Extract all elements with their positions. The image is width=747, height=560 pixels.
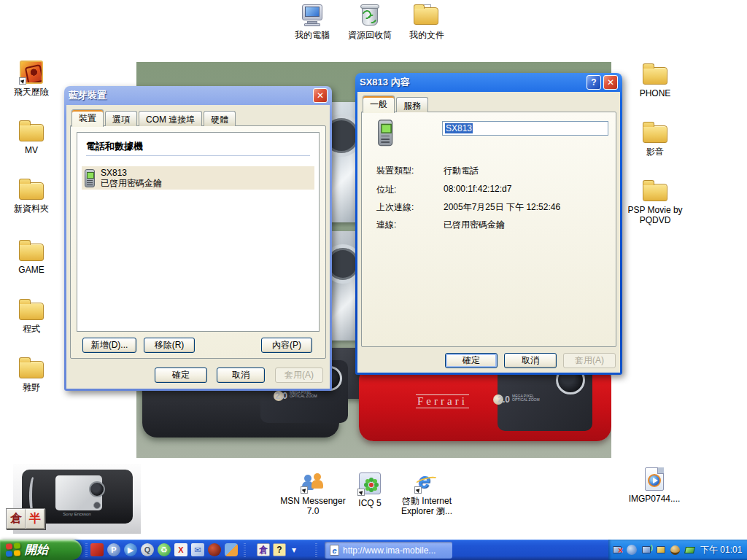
- desktop-icon-programs-folder[interactable]: 程式: [3, 297, 60, 334]
- device-name: SX813: [101, 168, 162, 178]
- icon-label: 啓動 Internet Explorer 瀏...: [390, 496, 464, 516]
- apply-button[interactable]: 套用(A): [275, 368, 323, 383]
- icon-label: 飛天歷險: [13, 87, 50, 97]
- desktop-icon-phone-folder[interactable]: PHONE: [620, 61, 690, 98]
- ime-status-bar[interactable]: 倉 半: [6, 508, 45, 529]
- desktop-icon-recycle-bin[interactable]: 資源回收筒: [340, 3, 400, 40]
- quick-launch-media-player-icon[interactable]: ▶: [124, 543, 137, 556]
- desktop-icon-internet-explorer[interactable]: e 啓動 Internet Explorer 瀏...: [390, 469, 464, 516]
- quick-launch-red-app-icon[interactable]: [90, 543, 104, 556]
- quick-launch-green-media-icon[interactable]: ♻: [158, 543, 171, 556]
- folder-icon: [19, 244, 44, 261]
- properties-dialog-titlebar[interactable]: SX813 內容 ? ✕: [355, 73, 622, 92]
- quick-launch-messenger-icon[interactable]: [225, 543, 238, 556]
- field-value: 2005年7月25日 下午 12:52:46: [444, 201, 560, 214]
- ok-button[interactable]: 確定: [155, 368, 207, 383]
- camera-spec-text: MEGA PIXEL OPTICAL ZOOM: [512, 394, 541, 402]
- sx813-properties-dialog: SX813 內容 ? ✕ 一般 服務 SX813 裝置類型: 行動電話 位址: …: [355, 73, 622, 375]
- apply-button[interactable]: 套用(A): [563, 353, 616, 368]
- field-label: 裝置類型:: [376, 165, 414, 177]
- cancel-button[interactable]: 取消: [504, 353, 557, 368]
- ie-page-icon: e: [330, 545, 339, 556]
- safely-remove-icon[interactable]: [684, 544, 696, 556]
- ok-button[interactable]: 確定: [445, 353, 498, 368]
- my-computer-icon: [301, 4, 324, 26]
- quick-launch-realplayer-icon[interactable]: [208, 543, 221, 556]
- icon-label: MSN Messenger 7.0: [276, 496, 349, 516]
- system-tray: × ) 下午 01:01: [608, 540, 747, 560]
- language-bar-help-icon[interactable]: ?: [273, 543, 286, 556]
- taskbar: 開始 P ▶ Q ♻ X ✉ 倉 ? ▾ e http://www.ima-mo…: [0, 540, 747, 560]
- device-list[interactable]: 電話和數據機 SX813 已啓用密碼金鑰: [77, 132, 320, 332]
- recycle-bin-icon: [359, 4, 381, 27]
- device-name-value: SX813: [445, 123, 473, 133]
- ime-input-method-button[interactable]: 倉: [7, 509, 26, 529]
- quick-launch-x-app-icon[interactable]: X: [174, 543, 187, 556]
- media-file-icon: [645, 467, 664, 491]
- ferrari-logo: Ferrari: [416, 394, 469, 408]
- bluetooth-tray-icon[interactable]: [625, 544, 638, 556]
- desktop-icon-game-folder[interactable]: GAME: [3, 238, 60, 275]
- help-icon[interactable]: ?: [587, 75, 601, 90]
- desktop-icon-media-folder[interactable]: 影音: [620, 120, 690, 157]
- desktop-icon-msn-messenger[interactable]: MSN Messenger 7.0: [276, 469, 349, 516]
- icon-label: IMGP0744....: [628, 494, 681, 504]
- tab-com-ports[interactable]: COM 連接埠: [139, 111, 202, 126]
- device-properties-button[interactable]: 內容(P): [261, 338, 312, 353]
- shortcut-arrow-icon: [19, 77, 26, 85]
- icon-label: MV: [24, 145, 39, 155]
- device-list-item-sx813[interactable]: SX813 已啓用密碼金鑰: [82, 166, 314, 190]
- taskbar-window-ie[interactable]: e http://www.ima-mobile...: [325, 542, 452, 559]
- folder-icon: [19, 361, 44, 378]
- start-button[interactable]: 開始: [0, 540, 82, 560]
- device-status: 已啓用密碼金鑰: [101, 178, 162, 188]
- device-name-input[interactable]: SX813: [442, 121, 608, 136]
- ime-halfwidth-button[interactable]: 半: [26, 509, 44, 529]
- folder-icon: [19, 124, 44, 141]
- tab-services[interactable]: 服務: [396, 97, 428, 112]
- desktop-icon-feitian-game[interactable]: 飛天歷險: [3, 60, 60, 97]
- cancel-button[interactable]: 取消: [217, 368, 265, 383]
- mobile-phone-icon: [378, 120, 392, 146]
- field-value: 行動電話: [444, 165, 479, 177]
- icon-label: 資源回收筒: [347, 30, 392, 40]
- bluetooth-devices-dialog: 藍芽裝置 ✕ 裝置 選項 COM 連接埠 硬體 電話和數據機 SX813 已啓用…: [64, 86, 332, 391]
- quick-launch-quicktime-icon[interactable]: Q: [141, 543, 154, 556]
- devices-tab-page: 電話和數據機 SX813 已啓用密碼金鑰 新增(D)... 移除(R) 內容(P…: [70, 125, 326, 359]
- network-offline-icon[interactable]: ×: [611, 544, 623, 556]
- close-icon[interactable]: ✕: [313, 88, 328, 103]
- field-label: 連線:: [376, 219, 396, 231]
- windows-logo-icon: [6, 542, 20, 557]
- quick-launch-paltalk-icon[interactable]: P: [107, 543, 120, 556]
- tab-general[interactable]: 一般: [363, 96, 395, 113]
- icon-label: 雜野: [22, 382, 41, 392]
- volume-icon[interactable]: [669, 544, 681, 556]
- desktop-icon-my-computer[interactable]: 我的電腦: [284, 3, 341, 40]
- desktop-icon-misc-folder[interactable]: 雜野: [3, 355, 60, 392]
- quick-launch-mail-icon[interactable]: ✉: [191, 543, 204, 556]
- desktop-icon-mv-folder[interactable]: MV: [3, 118, 60, 155]
- tab-hardware[interactable]: 硬體: [204, 111, 236, 126]
- camera-spec-value: 2.0: [275, 391, 287, 401]
- language-bar-options-icon[interactable]: ▾: [289, 543, 299, 556]
- desktop-icon-psp-movie-folder[interactable]: PSP Movie by PQDVD: [616, 178, 694, 225]
- language-bar-cangjie-icon[interactable]: 倉: [257, 543, 270, 556]
- desktop-icon-my-documents[interactable]: 我的文件: [398, 3, 455, 40]
- icon-label: ICQ 5: [357, 498, 382, 508]
- tab-options[interactable]: 選項: [105, 111, 137, 126]
- remove-device-button[interactable]: 移除(R): [144, 338, 195, 353]
- add-device-button[interactable]: 新增(D)...: [82, 338, 136, 353]
- icon-label: 我的文件: [409, 30, 445, 40]
- desktop-icon-imgp0744[interactable]: IMGP0744....: [624, 467, 685, 504]
- folder-icon: [19, 182, 44, 200]
- taskbar-clock[interactable]: 下午 01:01: [700, 544, 742, 556]
- display-settings-icon[interactable]: [654, 544, 667, 556]
- camera-spec-text: MEGA PIXEL OPTICAL ZOOM: [290, 391, 319, 398]
- desktop-icon-new-folder[interactable]: 新資料夾: [3, 176, 60, 214]
- bluetooth-dialog-titlebar[interactable]: 藍芽裝置 ✕: [64, 86, 332, 105]
- close-icon[interactable]: ✕: [603, 75, 618, 90]
- field-label: 位址:: [376, 184, 396, 196]
- icon-label: PHONE: [639, 88, 672, 98]
- tab-devices[interactable]: 裝置: [71, 109, 104, 127]
- wireless-signal-icon[interactable]: ): [640, 544, 652, 556]
